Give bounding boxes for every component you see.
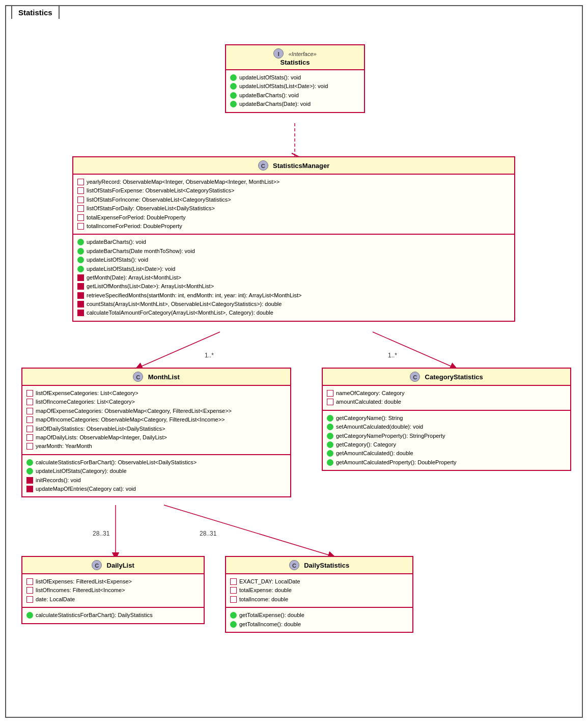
dailystat-classname: DailyStatistics <box>304 562 349 569</box>
dailylist-fields: listOfExpenses: FilteredList<Expense> li… <box>22 574 204 608</box>
method-row: getTotalExpense(): double <box>230 611 408 619</box>
field-row: listOfExpenseCategories: List<Category> <box>26 389 286 397</box>
field-row: listOfExpenses: FilteredList<Expense> <box>26 578 200 585</box>
catstat-classname: CategoryStatistics <box>425 373 483 381</box>
field-icon <box>26 596 33 603</box>
field-row: listOfStatsForIncome: ObservableList<Cat… <box>77 196 510 204</box>
method-green-icon <box>77 257 84 263</box>
method-green-icon <box>230 92 237 99</box>
monthlist-header: C MonthList <box>22 369 290 386</box>
method-green-icon <box>327 450 333 457</box>
field-icon <box>77 179 84 185</box>
field-icon <box>26 443 33 450</box>
field-row: listOfDailyStatistics: ObservableList<Da… <box>26 425 286 433</box>
dailylist-box: C DailyList listOfExpenses: FilteredList… <box>21 556 205 624</box>
field-icon <box>230 587 237 594</box>
manager-badge: C <box>258 160 268 171</box>
arrow-label-catstat: 1..* <box>388 352 397 359</box>
field-row: listOfStatsForExpense: ObservableList<Ca… <box>77 187 510 194</box>
field-icon <box>26 434 33 441</box>
method-green-icon <box>26 459 33 466</box>
statistics-interface-methods: updateListOfStats(): void updateListOfSt… <box>226 70 364 112</box>
method-green-icon <box>230 83 237 90</box>
interface-badge: I <box>273 48 284 59</box>
monthlist-fields: listOfExpenseCategories: List<Category> … <box>22 386 290 455</box>
method-green-icon <box>230 101 237 107</box>
dailystat-badge: C <box>289 560 299 570</box>
field-row: yearlyRecord: ObservableMap<Integer, Obs… <box>77 178 510 186</box>
field-icon <box>230 578 237 585</box>
daily-statistics-header: C DailyStatistics <box>226 557 412 574</box>
statistics-manager-methods: updateBarCharts(): void updateBarCharts(… <box>73 235 514 321</box>
field-icon <box>77 223 84 230</box>
method-row: countStats(ArrayList<MonthList>, Observa… <box>77 300 510 308</box>
method-green-icon <box>327 459 333 466</box>
dailylist-header: C DailyList <box>22 557 204 574</box>
method-row: updateListOfStats(): void <box>77 256 510 264</box>
field-row: totalIncomeForPeriod: DoubleProperty <box>77 222 510 230</box>
method-row: updateListOfStats(Category): double <box>26 467 286 475</box>
method-red-icon <box>26 486 33 492</box>
method-row: updateListOfStats(): void <box>230 74 360 81</box>
field-row: totalExpenseForPeriod: DoubleProperty <box>77 214 510 221</box>
catstat-fields: nameOfCategory: Category amountCalculate… <box>323 386 570 411</box>
method-green-icon <box>77 248 84 255</box>
field-row: date: LocalDate <box>26 596 200 603</box>
field-row: EXACT_DAY: LocalDate <box>230 578 408 585</box>
method-row: updateBarCharts(): void <box>77 238 510 246</box>
method-row: calculateStatisticsForBarChart(): Observ… <box>26 459 286 466</box>
catstat-methods: getCategoryName(): String setAmountCalcu… <box>323 411 570 470</box>
method-row: getListOfMonths(List<Date>): ArrayList<M… <box>77 283 510 290</box>
method-red-icon <box>77 301 84 307</box>
method-row: retrieveSpecifiedMonths(startMonth: int,… <box>77 292 510 299</box>
monthlist-box: C MonthList listOfExpenseCategories: Lis… <box>21 368 291 497</box>
field-icon <box>26 399 33 405</box>
svg-line-2 <box>373 332 454 368</box>
field-icon <box>26 426 33 432</box>
method-row: updateBarCharts(Date): void <box>230 100 360 108</box>
method-red-icon <box>77 292 84 299</box>
method-row: getAmountCalculated(): double <box>327 450 566 457</box>
method-green-icon <box>26 612 33 619</box>
dailylist-methods: calculateStatisticsForBarChart(): DailyS… <box>22 608 204 623</box>
method-row: getCategoryName(): String <box>327 414 566 422</box>
method-row: getAmountCalculatedProperty(): DoublePro… <box>327 459 566 466</box>
method-row: getCategoryNameProperty(): StringPropert… <box>327 432 566 440</box>
monthlist-classname: MonthList <box>148 373 180 381</box>
daily-statistics-box: C DailyStatistics EXACT_DAY: LocalDate t… <box>225 556 413 633</box>
monthlist-methods: calculateStatisticsForBarChart(): Observ… <box>22 455 290 497</box>
field-icon <box>327 399 333 405</box>
method-row: setAmountCalculated(double): void <box>327 423 566 431</box>
svg-line-4 <box>164 505 332 556</box>
field-row: totalExpense: double <box>230 586 408 594</box>
diagram-container: Statistics 1..* 1..* 28..31 28..31 I <box>5 5 583 718</box>
method-green-icon <box>77 239 84 245</box>
statistics-interface-box: I «Interface» Statistics updateListOfSta… <box>225 44 365 113</box>
field-row: mapOfExpenseCategories: ObservableMap<Ca… <box>26 407 286 415</box>
field-icon <box>77 214 84 221</box>
dailystat-methods: getTotalExpense(): double getTotalIncome… <box>226 608 412 632</box>
method-green-icon <box>230 621 237 628</box>
arrow-label-dailylist: 28..31 <box>93 530 110 537</box>
svg-line-1 <box>138 332 220 368</box>
field-row: mapOfDailyLists: ObservableMap<Integer, … <box>26 434 286 441</box>
arrow-label-dailystat: 28..31 <box>200 530 217 537</box>
method-row: updateBarCharts(Date monthToShow): void <box>77 247 510 255</box>
method-row: updateBarCharts(): void <box>230 92 360 99</box>
field-row: yearMonth: YearMonth <box>26 442 286 450</box>
statistics-manager-fields: yearlyRecord: ObservableMap<Integer, Obs… <box>73 175 514 235</box>
field-row: totalIncome: double <box>230 596 408 603</box>
field-icon <box>77 187 84 194</box>
method-red-icon <box>77 283 84 290</box>
method-green-icon <box>26 468 33 474</box>
field-icon <box>26 578 33 585</box>
dailystat-fields: EXACT_DAY: LocalDate totalExpense: doubl… <box>226 574 412 608</box>
method-green-icon <box>77 266 84 272</box>
method-green-icon <box>327 415 333 422</box>
method-row: getMonth(Date): ArrayList<MonthList> <box>77 274 510 282</box>
method-row: updateMapOfEntries(Category cat): void <box>26 485 286 493</box>
dailylist-badge: C <box>92 560 102 570</box>
field-icon <box>26 416 33 423</box>
interface-stereotype: «Interface» <box>289 51 317 57</box>
field-icon <box>77 205 84 212</box>
